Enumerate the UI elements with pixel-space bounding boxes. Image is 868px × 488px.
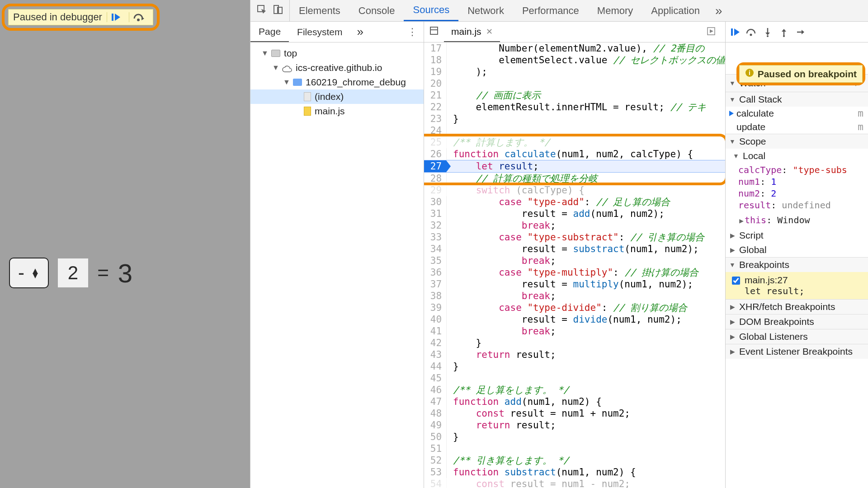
gutter-line-number[interactable]: 48 [424,408,447,419]
code-line[interactable]: 53function substract(num1, num2) { [424,466,725,478]
scope-variable[interactable]: num1: 1 [738,176,864,188]
code-line[interactable]: 22 elementResult.innerHTML = result; // … [424,101,725,113]
operand-input[interactable]: 2 [58,258,88,287]
step-button[interactable] [793,24,808,40]
code-line[interactable]: 25/** 計算します。 */ [424,136,725,148]
breakpoint-checkbox[interactable] [732,277,740,285]
nav-menu-icon[interactable]: ⋮ [401,26,424,38]
gutter-line-number[interactable]: 45 [424,372,447,384]
panel-tab-console[interactable]: Console [349,0,404,21]
code-line[interactable]: 28 // 計算の種類で処理を分岐 [424,173,725,184]
gutter-line-number[interactable]: 18 [424,54,447,66]
tree-domain[interactable]: ▼ics-creative.github.io [250,61,424,75]
gutter-line-number[interactable]: 28 [424,173,447,184]
gutter-line-number[interactable]: 29 [424,184,447,196]
gutter-line-number[interactable]: 41 [424,325,447,337]
code-line[interactable]: 35 break; [424,255,725,267]
code-line[interactable]: 31 result = add(num1, num2); [424,208,725,220]
code-line[interactable]: 51 [424,443,725,455]
gutter-line-number[interactable]: 54 [424,478,447,488]
panel-tab-network[interactable]: Network [458,0,513,21]
gutter-line-number[interactable]: 26 [424,148,447,160]
resume-button[interactable] [727,24,743,40]
gutter-line-number[interactable]: 52 [424,455,447,466]
section-dom-breakpoints[interactable]: ▶DOM Breakpoints [726,314,868,329]
code-line[interactable]: 34 result = substract(num1, num2); [424,243,725,255]
section-call-stack[interactable]: ▼Call Stack [726,92,868,107]
nav-tab-page[interactable]: Page [250,22,289,42]
scope-this[interactable]: ▶this: Window [726,214,868,228]
gutter-line-number[interactable]: 37 [424,278,447,290]
section-scope[interactable]: ▼Scope [726,134,868,149]
code-line[interactable]: 46/** 足し算をします。 */ [424,384,725,396]
gutter-line-number[interactable]: 43 [424,349,447,361]
panel-tabs-more-icon[interactable]: » [709,5,729,17]
scope-variable[interactable]: calcType: "type-subs [738,164,864,176]
panel-tab-sources[interactable]: Sources [404,0,458,21]
tree-file-mainjs[interactable]: main.js [250,104,424,118]
code-line[interactable]: 44} [424,361,725,372]
code-line[interactable]: 49 return result; [424,419,725,431]
overlay-resume-button[interactable] [107,12,124,22]
gutter-line-number[interactable]: 17 [424,42,447,54]
code-line[interactable]: 27 let result; [424,160,725,173]
code-line[interactable]: 23} [424,113,725,125]
panel-tab-application[interactable]: Application [642,0,709,21]
step-into-button[interactable] [760,24,775,40]
callstack-frame[interactable]: calculatem [726,107,868,120]
toggle-device-icon[interactable] [273,5,283,17]
gutter-line-number[interactable]: 33 [424,231,447,243]
step-out-button[interactable] [776,24,792,40]
code-line[interactable]: 48 const result = num1 + num2; [424,408,725,419]
gutter-line-number[interactable]: 27 [424,160,447,172]
editor-file-nav-icon[interactable] [424,26,444,38]
section-xhr-breakpoints[interactable]: ▶XHR/fetch Breakpoints [726,299,868,314]
gutter-line-number[interactable]: 47 [424,396,447,408]
gutter-line-number[interactable]: 24 [424,125,447,136]
code-line[interactable]: 40 result = divide(num1, num2); [424,314,725,325]
gutter-line-number[interactable]: 53 [424,466,447,478]
code-line[interactable]: 50} [424,431,725,443]
gutter-line-number[interactable]: 40 [424,314,447,325]
scope-variable[interactable]: num2: 2 [738,188,864,199]
code-area[interactable]: 17 Number(elementNum2.value), // 2番目の18 … [424,42,725,488]
code-line[interactable]: 39 case "type-divide": // 割り算の場合 [424,302,725,314]
gutter-line-number[interactable]: 39 [424,302,447,314]
code-line[interactable]: 43 return result; [424,349,725,361]
gutter-line-number[interactable]: 35 [424,255,447,267]
tree-folder[interactable]: ▼160219_chrome_debug [250,75,424,89]
gutter-line-number[interactable]: 51 [424,443,447,455]
gutter-line-number[interactable]: 46 [424,384,447,396]
code-line[interactable]: 18 elementSelect.value // セレクトボックスの値 [424,54,725,66]
callstack-frame[interactable]: updatem [726,120,868,134]
code-line[interactable]: 29 switch (calcType) { [424,184,725,196]
gutter-line-number[interactable]: 50 [424,431,447,443]
code-line[interactable]: 24 [424,125,725,136]
tree-top[interactable]: ▼top [250,46,424,61]
tree-file-index[interactable]: (index) [250,89,424,104]
code-line[interactable]: 47function add(num1, num2) { [424,396,725,408]
code-line[interactable]: 26function calculate(num1, num2, calcTyp… [424,148,725,160]
code-line[interactable]: 54 const result = num1 - num2; [424,478,725,488]
code-line[interactable]: 20 [424,78,725,89]
scope-script[interactable]: ▶Script [726,228,868,243]
code-line[interactable]: 38 break; [424,290,725,302]
code-line[interactable]: 21 // 画面に表示 [424,89,725,101]
code-line[interactable]: 45 [424,372,725,384]
gutter-line-number[interactable]: 23 [424,113,447,125]
gutter-line-number[interactable]: 20 [424,78,447,89]
code-line[interactable]: 32 break; [424,220,725,231]
editor-tab-mainjs[interactable]: main.js✕ [444,22,500,42]
step-over-button[interactable] [744,24,759,40]
gutter-line-number[interactable]: 31 [424,208,447,220]
breakpoint-item[interactable]: main.js:27 let result; [726,272,868,299]
code-line[interactable]: 52/** 引き算をします。 */ [424,455,725,466]
panel-tab-performance[interactable]: Performance [513,0,588,21]
section-global-listeners[interactable]: ▶Global Listeners [726,329,868,344]
code-line[interactable]: 19 ); [424,66,725,78]
gutter-line-number[interactable]: 38 [424,290,447,302]
close-tab-icon[interactable]: ✕ [486,27,493,37]
section-breakpoints[interactable]: ▼Breakpoints [726,257,868,272]
gutter-line-number[interactable]: 36 [424,267,447,278]
gutter-line-number[interactable]: 21 [424,89,447,101]
